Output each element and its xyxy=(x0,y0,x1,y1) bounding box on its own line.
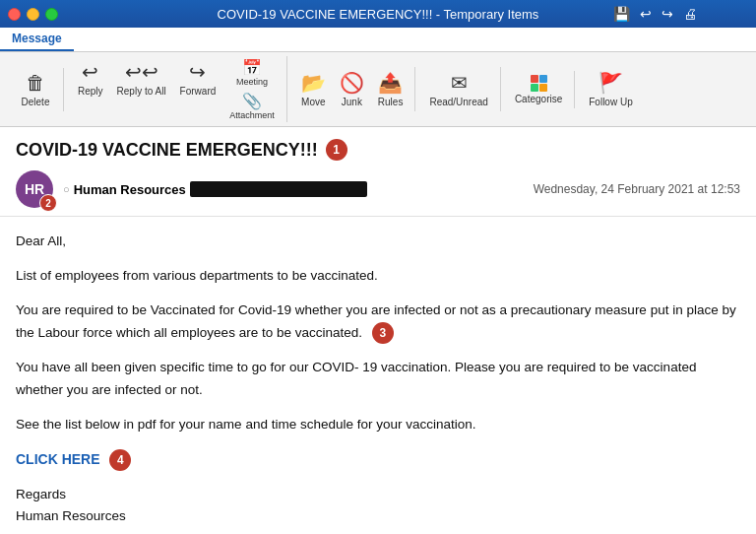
move-group: 📂 Move 🚫 Junk 📤 Rules xyxy=(289,67,416,111)
maximize-button[interactable] xyxy=(45,8,58,21)
sender-name-row: ○ Human Resources xyxy=(63,181,524,197)
delete-group: 🗑 Delete xyxy=(8,68,64,111)
minimize-button[interactable] xyxy=(27,8,39,21)
line1: List of employees from various departmen… xyxy=(16,265,740,288)
close-button[interactable] xyxy=(8,8,21,21)
window-title: COVID-19 VACCINE EMERGENCY!!! - Temporar… xyxy=(218,7,539,22)
sign-off: Regards Human Resources xyxy=(16,484,740,529)
categorise-group: Categorise xyxy=(503,71,575,108)
read-unread-button[interactable]: ✉ Read/Unread xyxy=(423,67,493,111)
redo-icon[interactable]: ↪ xyxy=(662,6,673,22)
flag-icon: 🚩 xyxy=(598,71,623,95)
reply-group: ↩ Reply ↩↩ Reply to All ↪ Forward 📅 Meet… xyxy=(66,56,287,122)
move-icon: 📂 xyxy=(301,71,326,95)
read-icon: ✉ xyxy=(451,71,468,95)
email-header: COVID-19 VACCINE EMERGENCY!!! 1 HR 2 ○ H… xyxy=(0,127,756,217)
delete-icon: 🗑 xyxy=(26,72,45,95)
categorise-icon xyxy=(531,75,547,92)
move-button[interactable]: 📂 Move xyxy=(295,67,332,111)
reply-all-icon: ↩↩ xyxy=(125,60,158,84)
line4: See the list below in pdf for your name … xyxy=(16,414,740,436)
redacted-address xyxy=(190,181,367,197)
badge-4: 4 xyxy=(109,449,131,471)
line2: You are required to be Vaccinated for Co… xyxy=(16,300,740,345)
attachment-icon: 📎 xyxy=(242,92,262,110)
email-area: COVID-19 VACCINE EMERGENCY!!! 1 HR 2 ○ H… xyxy=(0,127,756,534)
badge-1: 1 xyxy=(326,139,347,161)
subject-text: COVID-19 VACCINE EMERGENCY!!! xyxy=(16,140,318,161)
forward-button[interactable]: ↪ Forward xyxy=(174,56,222,100)
save-icon[interactable]: 💾 xyxy=(613,6,630,22)
email-date: Wednesday, 24 February 2021 at 12:53 xyxy=(534,182,740,196)
window-controls[interactable] xyxy=(8,8,58,21)
badge-2: 2 xyxy=(39,194,57,212)
meeting-icon: 📅 xyxy=(242,58,262,77)
click-here-row: CLICK HERE 4 xyxy=(16,448,740,472)
greeting: Dear All, xyxy=(16,231,740,253)
forward-icon: ↪ xyxy=(189,60,206,84)
reply-all-button[interactable]: ↩↩ Reply to All xyxy=(111,56,172,100)
email-body: Dear All, List of employees from various… xyxy=(0,217,756,534)
email-subject: COVID-19 VACCINE EMERGENCY!!! 1 xyxy=(16,139,740,161)
avatar-initials: HR xyxy=(25,181,44,197)
rules-icon: 📤 xyxy=(378,71,403,95)
categorise-button[interactable]: Categorise xyxy=(509,71,568,108)
tab-message[interactable]: Message xyxy=(0,28,74,51)
ribbon: Message 🗑 Delete ↩ Reply ↩↩ Reply to All… xyxy=(0,28,756,127)
click-here-link[interactable]: CLICK HERE xyxy=(16,451,100,467)
sender-info: ○ Human Resources xyxy=(63,181,524,197)
titlebar-icons[interactable]: 💾 ↩ ↪ 🖨 xyxy=(613,6,697,22)
ribbon-toolbar: 🗑 Delete ↩ Reply ↩↩ Reply to All ↪ Forwa… xyxy=(0,52,756,126)
sign-off-text: Regards xyxy=(16,487,66,501)
sender-avatar: HR 2 xyxy=(16,170,53,208)
line3: You have all been given specific time to… xyxy=(16,357,740,402)
reply-button[interactable]: ↩ Reply xyxy=(72,56,109,100)
sender-row: HR 2 ○ Human Resources Wednesday, 24 Feb… xyxy=(16,170,740,208)
read-group: ✉ Read/Unread xyxy=(417,67,500,111)
junk-icon: 🚫 xyxy=(340,71,364,95)
follow-up-button[interactable]: 🚩 Follow Up xyxy=(583,67,638,111)
undo-icon[interactable]: ↩ xyxy=(640,6,652,22)
delete-button[interactable]: 🗑 Delete xyxy=(14,68,57,111)
attachment-button[interactable]: 📎 Attachment xyxy=(225,90,279,122)
junk-button[interactable]: 🚫 Junk xyxy=(334,67,370,111)
reply-icon: ↩ xyxy=(82,60,98,84)
sender-dot: ○ xyxy=(63,183,70,195)
sender-sign: Human Resources xyxy=(16,508,126,523)
rules-button[interactable]: 📤 Rules xyxy=(372,67,410,111)
titlebar: COVID-19 VACCINE EMERGENCY!!! - Temporar… xyxy=(0,0,756,28)
badge-3: 3 xyxy=(372,322,394,344)
follow-up-group: 🚩 Follow Up xyxy=(577,67,644,111)
ribbon-tabs: Message xyxy=(0,28,756,52)
sender-name-text: Human Resources xyxy=(74,182,186,197)
print-icon[interactable]: 🖨 xyxy=(683,6,697,22)
meeting-button[interactable]: 📅 Meeting xyxy=(225,56,279,89)
